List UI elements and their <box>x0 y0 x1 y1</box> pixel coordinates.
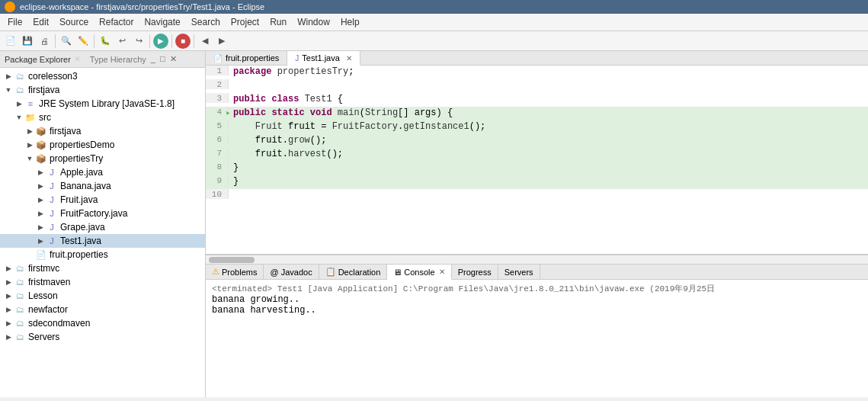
minimize-panel-icon[interactable]: _ <box>149 53 157 65</box>
tab-problems[interactable]: ⚠ Problems <box>206 265 264 279</box>
tab-declaration[interactable]: 📋 Declaration <box>319 265 388 279</box>
tree-label-propertiestry: propertiesTry <box>50 153 103 164</box>
expand-arrow-lesson[interactable]: ▶ <box>3 292 14 300</box>
tree-item-banana[interactable]: ▶ J Banana.java <box>0 179 205 193</box>
project-icon-sdecondmaven: 🗂 <box>14 317 26 329</box>
tree-item-sdecondmaven[interactable]: ▶ 🗂 sdecondmaven <box>0 316 205 330</box>
expand-arrow-jre[interactable]: ▶ <box>14 100 24 107</box>
tree-label-firstjava: firstjava <box>28 85 59 95</box>
expand-arrow-banana[interactable]: ▶ <box>35 182 46 190</box>
tree-item-newfactor[interactable]: ▶ 🗂 newfactor <box>0 303 205 316</box>
code-editor[interactable]: 1 package propertiesTry; 2 3 public clas… <box>206 66 868 255</box>
code-line-9: 9 } <box>206 175 868 189</box>
tab-servers[interactable]: Servers <box>498 265 540 279</box>
new-button[interactable]: 📄 <box>3 34 18 49</box>
tab-test1-java[interactable]: J Test1.java ✕ <box>287 51 360 66</box>
tree-item-corelesson3[interactable]: ▶ 🗂 corelesson3 <box>0 69 205 83</box>
menu-navigate[interactable]: Navigate <box>139 15 184 29</box>
toolbar-sep-4 <box>171 34 172 48</box>
line-num-1: 1 <box>206 66 229 75</box>
menu-source[interactable]: Source <box>55 15 93 29</box>
expand-arrow-apple[interactable]: ▶ <box>35 168 46 176</box>
save-button[interactable]: 💾 <box>20 34 35 49</box>
project-icon-corelesson3: 🗂 <box>14 70 26 82</box>
console-output-line-2: banana harvesting.. <box>212 305 862 316</box>
package-icon-propertiesdemo: 📦 <box>35 139 47 151</box>
toolbar-sep-3 <box>149 34 150 48</box>
run-button[interactable]: ▶ <box>153 34 168 49</box>
expand-arrow-grape[interactable]: ▶ <box>35 223 46 231</box>
expand-arrow-sdecondmaven[interactable]: ▶ <box>3 319 14 327</box>
expand-arrow-src[interactable]: ▼ <box>14 114 24 121</box>
tree-item-firstmvc[interactable]: ▶ 🗂 firstmvc <box>0 261 205 275</box>
tree-label-propertiesdemo: propertiesDemo <box>50 140 114 150</box>
tree-item-jre[interactable]: ▶ ≡ JRE System Library [JavaSE-1.8] <box>0 97 205 111</box>
print-button[interactable]: 🖨 <box>37 34 52 49</box>
menu-edit[interactable]: Edit <box>28 15 53 29</box>
line-content-4: public static void main(String[] args) { <box>229 107 457 119</box>
expand-arrow-corelesson3[interactable]: ▶ <box>3 72 14 80</box>
menu-file[interactable]: File <box>3 15 27 29</box>
folder-icon-src: 📁 <box>24 111 37 124</box>
expand-arrow-fruit[interactable]: ▶ <box>35 196 46 204</box>
menu-run[interactable]: Run <box>265 15 291 29</box>
tree-item-fruitprops[interactable]: ▶ 📄 fruit.properties <box>0 248 205 261</box>
tree-item-src[interactable]: ▼ 📁 src <box>0 111 205 124</box>
line-content-3: public class Test1 { <box>229 93 348 105</box>
redo-button[interactable]: ↪ <box>131 34 146 49</box>
expand-arrow-propertiesdemo[interactable]: ▶ <box>24 141 35 149</box>
project-icon-firstjava: 🗂 <box>14 84 26 96</box>
tree-item-fruit[interactable]: ▶ J Fruit.java <box>0 193 205 207</box>
expand-arrow-firstmvc[interactable]: ▶ <box>3 265 14 272</box>
menu-help[interactable]: Help <box>336 15 364 29</box>
maximize-panel-icon[interactable]: □ <box>159 53 167 65</box>
tree-label-fruit: Fruit.java <box>60 194 98 205</box>
close-console-icon[interactable]: ✕ <box>439 268 445 276</box>
expand-arrow-propertiestry[interactable]: ▼ <box>24 155 35 162</box>
package-explorer-header: Package Explorer ✕ Type Hierarchy _ □ ✕ <box>0 51 205 68</box>
tab-javadoc[interactable]: @ Javadoc <box>264 265 319 279</box>
expand-arrow-test1[interactable]: ▶ <box>35 237 46 245</box>
code-scroll-thumb[interactable] <box>209 257 255 263</box>
tree-item-test1[interactable]: ▶ J Test1.java <box>0 234 205 248</box>
expand-arrow-servers[interactable]: ▶ <box>3 333 14 341</box>
menu-refactor[interactable]: Refactor <box>94 15 138 29</box>
tab-progress[interactable]: Progress <box>452 265 498 279</box>
back-button[interactable]: ◀ <box>197 34 213 49</box>
stop-button[interactable]: ■ <box>175 34 191 49</box>
line-num-5: 5 <box>206 120 229 130</box>
debug-button[interactable]: 🐛 <box>98 34 113 49</box>
tab-fruit-properties[interactable]: 📄 fruit.properties <box>206 51 287 65</box>
menu-search[interactable]: Search <box>187 15 225 29</box>
close-tab-test1-icon[interactable]: ✕ <box>346 54 352 63</box>
tree-item-grape[interactable]: ▶ J Grape.java <box>0 220 205 234</box>
java-icon-fruit: J <box>46 194 58 206</box>
tree-item-fruitfactory[interactable]: ▶ J FruitFactory.java <box>0 207 205 220</box>
expand-arrow-newfactor[interactable]: ▶ <box>3 306 14 313</box>
expand-arrow-firstjava[interactable]: ▼ <box>3 86 14 94</box>
expand-arrow-fristmaven[interactable]: ▶ <box>3 278 14 286</box>
expand-arrow-fruitfactory[interactable]: ▶ <box>35 210 46 217</box>
menu-window[interactable]: Window <box>293 15 335 29</box>
code-line-8: 8 } <box>206 162 868 175</box>
forward-button[interactable]: ▶ <box>214 34 229 49</box>
undo-button[interactable]: ↩ <box>114 34 130 49</box>
code-scrollbar[interactable] <box>206 255 868 264</box>
menu-project[interactable]: Project <box>226 15 264 29</box>
line-content-1: package propertiesTry; <box>229 66 358 78</box>
tree-item-servers[interactable]: ▶ 🗂 Servers <box>0 330 205 344</box>
tree-item-firstjava[interactable]: ▼ 🗂 firstjava <box>0 83 205 97</box>
tree-item-propertiestry[interactable]: ▼ 📦 propertiesTry <box>0 152 205 165</box>
tree-item-firstjava-pkg[interactable]: ▶ 📦 firstjava <box>0 124 205 138</box>
refactor-button[interactable]: ✏️ <box>75 34 91 49</box>
expand-arrow-firstjava-pkg[interactable]: ▶ <box>24 127 35 135</box>
tree-label-firstjava-pkg: firstjava <box>50 126 81 136</box>
tree-item-fristmaven[interactable]: ▶ 🗂 fristmaven <box>0 275 205 289</box>
search-button[interactable]: 🔍 <box>59 34 74 49</box>
tree-item-lesson[interactable]: ▶ 🗂 Lesson <box>0 289 205 303</box>
java-icon-banana: J <box>46 180 58 192</box>
tree-item-apple[interactable]: ▶ J Apple.java <box>0 165 205 179</box>
tab-console[interactable]: 🖥 Console ✕ <box>387 265 451 280</box>
close-panel-icon[interactable]: ✕ <box>168 53 178 65</box>
tree-item-propertiesdemo[interactable]: ▶ 📦 propertiesDemo <box>0 138 205 152</box>
